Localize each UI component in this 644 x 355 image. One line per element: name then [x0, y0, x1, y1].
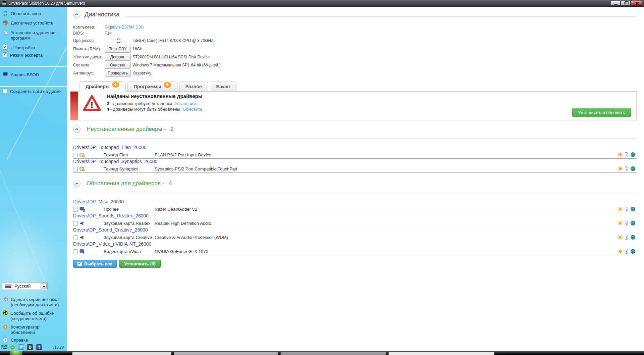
diagnostics-panel: Компьютер: Gigabyte Z370M D3H BIOS: F14 …: [73, 24, 221, 77]
ram-label: Память (RAM):: [73, 47, 105, 51]
sidebar-expert-mode-toggle[interactable]: Режим эксперта: [0, 52, 67, 58]
driver-device-name: Creative X-Fi Audio Processor (WDM): [155, 235, 228, 240]
sidebar-item-report-error[interactable]: Сообщить об ошибке (создание отчета): [0, 310, 67, 322]
start-button[interactable]: [9, 351, 23, 355]
tab-misc[interactable]: Разное: [179, 82, 208, 91]
driver-block: Drivers\DP_Misc_26000 Прочее Razer Death…: [73, 199, 637, 213]
sidebar-item-bsod-analysis[interactable]: Анализ BSOD: [0, 72, 67, 78]
driver-info-icon[interactable]: ?: [624, 249, 630, 254]
driver-web-icon[interactable]: [630, 152, 636, 158]
driver-sections: Неустановленные драйверы - 2 Drivers\DP_…: [73, 125, 637, 268]
taskbar-button[interactable]: [388, 352, 494, 355]
driver-update-sun-icon[interactable]: [618, 206, 623, 212]
driver-info-icon[interactable]: ?: [624, 235, 630, 240]
driver-checkbox[interactable]: [73, 221, 78, 226]
driver-info-icon[interactable]: ?: [624, 152, 630, 158]
restore-button[interactable]: [621, 1, 631, 6]
install-and-update-button[interactable]: Установить и обновить: [572, 108, 631, 117]
window-title: DriverPack Solution 16.20 для SamDrivers: [8, 1, 85, 6]
sidebar-item-help[interactable]: ? Справка: [0, 337, 67, 343]
close-button[interactable]: [631, 1, 642, 6]
drivers-alert-banner: ! Найдены неустановленные драйверы 2 - д…: [70, 92, 637, 120]
driver-web-icon[interactable]: [630, 249, 636, 254]
driver-block: Drivers\DP_Video_nVIDIA-NT_26000 Видеока…: [73, 241, 637, 255]
driver-block: Drivers\DP_Sounds_Realtek_26000 Звуковая…: [73, 213, 637, 227]
driver-update-sun-icon[interactable]: [618, 152, 623, 158]
chevron-down-icon[interactable]: [41, 283, 47, 289]
wallpaper-streak: [0, 124, 47, 286]
driver-path-link[interactable]: Drivers\DP_Misc_26000: [73, 199, 637, 206]
collapse-section-button[interactable]: [73, 125, 80, 133]
tab-backup[interactable]: Бэкап: [210, 82, 236, 91]
driver-path-link[interactable]: Drivers\DP_Touchpad_Elan_26000: [73, 145, 637, 151]
tab-drivers[interactable]: Драйверы6: [79, 81, 126, 92]
sidebar-item-refresh-window[interactable]: Обновить окно: [0, 11, 67, 16]
tab-programs[interactable]: Программы0: [127, 82, 177, 91]
cleanup-button[interactable]: Очистка: [105, 62, 131, 69]
programs-count-badge: 0: [164, 82, 171, 88]
driver-info-icon[interactable]: ?: [624, 220, 630, 226]
driver-path-link[interactable]: Drivers\DP_Video_nVIDIA-NT_26000: [73, 241, 637, 248]
samdrivers-gear-icon[interactable]: [10, 345, 15, 350]
svg-text:?: ?: [626, 168, 627, 171]
facebook-icon[interactable]: f: [36, 344, 42, 350]
language-selector[interactable]: Русский: [2, 282, 48, 290]
sidebar-item-add-remove-programs[interactable]: Установка и удаление программ: [0, 30, 67, 41]
driver-web-icon[interactable]: [630, 235, 636, 240]
sidebar-settings-toggle[interactable]: ↓ Настройки: [0, 45, 67, 51]
driver-checkbox[interactable]: [73, 167, 78, 171]
section-title: Обновления для драйверов -: [87, 180, 164, 187]
install-link[interactable]: Установить: [175, 101, 198, 106]
bsod-monitor-icon: [3, 72, 8, 77]
save-logs-checkbox[interactable]: [3, 89, 7, 93]
collapse-section-button[interactable]: [73, 180, 80, 187]
title-bar: DriverPack Solution 16.20 для SamDrivers: [0, 0, 644, 7]
install-selected-button[interactable]: Установить (0): [119, 260, 161, 268]
minimize-button[interactable]: [611, 1, 621, 6]
sidebar-divider: [0, 66, 67, 67]
collapse-diagnostics-button[interactable]: [73, 11, 80, 18]
driver-checkbox[interactable]: [73, 235, 78, 240]
settings-checkbox[interactable]: [3, 45, 7, 50]
driver-info-icon[interactable]: ?: [624, 166, 630, 172]
ram-test-button[interactable]: Тест ОЗУ: [105, 46, 131, 53]
update-link[interactable]: Обновить: [183, 107, 203, 112]
select-all-button[interactable]: Выбрать все: [73, 260, 117, 268]
driver-checkbox[interactable]: [73, 249, 78, 254]
sidebar-item-update-configurator[interactable]: Конфигуратор обновлений: [0, 324, 67, 336]
driver-info-icon[interactable]: ?: [624, 206, 630, 212]
driver-web-icon[interactable]: [630, 220, 636, 226]
driver-path-link[interactable]: Drivers\DP_Sound_Creative_26000: [73, 227, 637, 234]
driver-web-icon[interactable]: [630, 206, 636, 212]
driver-checkbox[interactable]: [73, 207, 78, 212]
computer-label: Компьютер:: [73, 25, 105, 30]
antivirus-value: Kaspersky: [132, 71, 151, 75]
driver-device-name: Razer DeathAdder V2: [155, 207, 197, 212]
taskbar-button[interactable]: [280, 352, 386, 355]
driver-path-link[interactable]: Drivers\DP_Sounds_Realtek_26000: [73, 213, 637, 220]
driver-web-icon[interactable]: [630, 166, 636, 172]
motherboard-link[interactable]: Gigabyte Z370M D3H: [105, 25, 144, 30]
driver-update-sun-icon[interactable]: [618, 220, 623, 226]
defrag-button[interactable]: Дефраг.: [105, 54, 131, 61]
antivirus-check-button[interactable]: Проверить: [105, 70, 131, 77]
sidebar-item-device-manager[interactable]: Диспетчер устройств: [0, 20, 67, 26]
samlab-logo[interactable]: sAmLAB: [1, 345, 7, 350]
antivirus-label: Антивирус:: [73, 71, 105, 75]
vk-icon[interactable]: B: [27, 344, 33, 350]
driver-update-sun-icon[interactable]: [618, 235, 623, 240]
driver-path-link[interactable]: Drivers\DP_Touchpad_Synaptics_26000: [73, 159, 637, 165]
alert-red-stripe: [70, 92, 78, 120]
expert-mode-checkbox[interactable]: [3, 52, 7, 57]
cpu-refresh-icon[interactable]: [105, 38, 132, 44]
driver-checkbox[interactable]: [73, 153, 78, 157]
sidebar-item-screenshot[interactable]: Сделать скриншот окна (необходим для отч…: [0, 297, 67, 308]
sidebar-save-logs-toggle[interactable]: Сохранять логи на диске: [0, 89, 67, 94]
driver-update-sun-icon[interactable]: [618, 166, 623, 172]
driver-update-sun-icon[interactable]: [618, 249, 623, 254]
taskbar-button[interactable]: [174, 352, 278, 355]
taskbar-button[interactable]: [72, 352, 171, 355]
driver-name: Тачпад Synaptics: [104, 166, 155, 171]
section-divider: [73, 138, 637, 139]
twitter-icon[interactable]: [18, 344, 24, 350]
